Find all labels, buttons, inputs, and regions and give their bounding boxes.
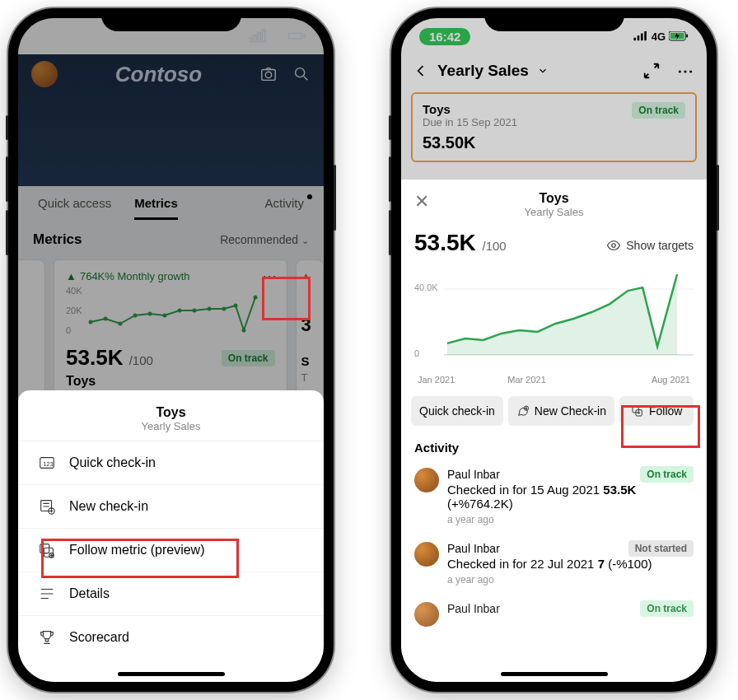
activity-heading: Activity	[414, 441, 694, 455]
activity-badge: Not started	[628, 540, 694, 557]
activity-item[interactable]: Paul Inbar Checked in for 15 Aug 2021 53…	[414, 460, 694, 534]
svg-text:0: 0	[414, 348, 419, 358]
activity-user: Paul Inbar	[447, 602, 500, 615]
activity-user: Paul Inbar	[447, 542, 652, 555]
activity-badge: On track	[640, 600, 694, 617]
home-indicator[interactable]	[501, 672, 608, 676]
sheet-quick-checkin[interactable]: 123 Quick check-in	[18, 441, 324, 484]
note-add-icon	[38, 497, 56, 516]
detail-sheet: ✕ Toys Yearly Sales 53.5K /100 Show targ…	[401, 180, 707, 682]
chat-add-icon	[516, 404, 530, 418]
svg-text:123: 123	[43, 460, 53, 468]
svg-text:40.0K: 40.0K	[414, 282, 438, 292]
svg-point-40	[612, 244, 616, 248]
svg-rect-28	[41, 501, 52, 511]
activity-item[interactable]: Paul Inbar On track	[414, 594, 694, 635]
detail-chart: 40.0K 0	[414, 271, 694, 370]
sheet-title: Toys	[18, 405, 324, 420]
sheet-details[interactable]: Details	[18, 572, 324, 615]
avatar	[414, 602, 439, 627]
chip-follow[interactable]: Follow	[619, 396, 694, 426]
left-phone: 16:33 4G Contoso	[8, 8, 334, 692]
activity-badge: On track	[640, 466, 694, 483]
details-icon	[38, 585, 56, 603]
home-indicator[interactable]	[118, 672, 225, 676]
chip-quick-checkin[interactable]: Quick check-in	[411, 396, 503, 426]
activity-time: a year ago	[447, 574, 652, 586]
follow-icon	[631, 404, 644, 418]
svg-rect-30	[40, 544, 49, 553]
activity-time: a year ago	[447, 514, 694, 525]
detail-title: Toys	[414, 191, 694, 206]
chip-new-checkin[interactable]: New Check-in	[508, 396, 614, 426]
activity-text: Checked in for 15 Aug 2021 53.5K (+%764.…	[447, 483, 694, 511]
x-axis-labels: Jan 2021Mar 2021Aug 2021	[414, 373, 694, 385]
follow-icon	[38, 541, 56, 559]
sheet-scorecard[interactable]: Scorecard	[18, 615, 324, 659]
right-phone: 16:42 4G Yearly Sales ⋯	[391, 8, 717, 692]
avatar	[414, 542, 439, 567]
eye-icon	[606, 238, 621, 253]
action-sheet: Toys Yearly Sales 123 Quick check-in New…	[18, 390, 324, 682]
close-icon[interactable]: ✕	[414, 191, 429, 212]
trophy-icon	[38, 628, 56, 646]
avatar	[414, 468, 439, 492]
number-box-icon: 123	[38, 454, 56, 472]
sheet-follow-metric[interactable]: Follow metric (preview)	[18, 528, 324, 572]
detail-subtitle: Yearly Sales	[414, 206, 694, 218]
sheet-subtitle: Yearly Sales	[18, 420, 324, 432]
activity-text: Checked in for 22 Jul 2021 7 (-%100)	[447, 557, 652, 571]
sheet-new-checkin[interactable]: New check-in	[18, 484, 324, 528]
show-targets[interactable]: Show targets	[606, 238, 694, 253]
activity-item[interactable]: Paul Inbar Checked in for 22 Jul 2021 7 …	[414, 534, 694, 594]
